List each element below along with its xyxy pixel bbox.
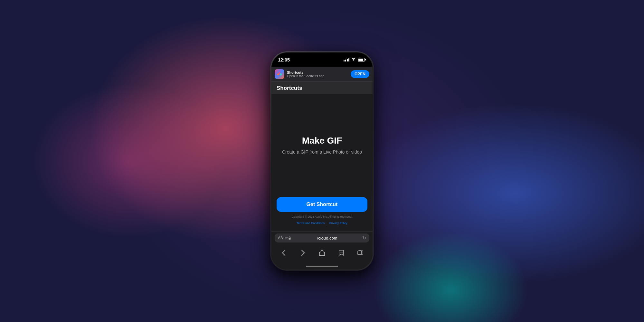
bookmarks-button[interactable]	[336, 247, 347, 259]
banner-open-button[interactable]: OPEN	[351, 70, 369, 78]
phone-mockup: 12:05	[270, 52, 374, 270]
nav-title: Shortcuts	[277, 85, 302, 91]
shortcuts-app-icon	[275, 69, 284, 79]
link-separator: |	[327, 222, 327, 225]
privacy-link[interactable]: Privacy Policy	[329, 222, 347, 225]
bottom-toolbar	[271, 244, 373, 264]
status-icons	[344, 57, 365, 62]
tabs-button[interactable]	[355, 247, 366, 259]
banner-app-name: Shortcuts	[287, 71, 348, 74]
shortcut-description: Create a GIF from a Live Photo or video	[282, 149, 362, 156]
battery-icon	[358, 58, 365, 62]
banner-text-block: Shortcuts Open in the Shortcuts app	[287, 71, 348, 78]
refresh-icon[interactable]: ↻	[362, 235, 366, 241]
svg-rect-2	[285, 239, 287, 239]
get-shortcut-button[interactable]: Get Shortcut	[277, 197, 367, 212]
url-text[interactable]: icloud.com	[292, 236, 362, 241]
phone-outer-shell: 12:05	[270, 52, 374, 270]
url-left-controls: AA	[278, 236, 288, 240]
browser-bar: AA icloud.com	[271, 231, 373, 244]
url-center: icloud.com	[288, 236, 362, 241]
status-bar: 12:05	[271, 52, 373, 67]
shortcut-title: Make GIF	[302, 136, 342, 146]
phone-inner: 12:05	[271, 52, 373, 270]
home-bar	[306, 266, 338, 267]
content-bottom: Get Shortcut Copyright © 2023 Apple Inc.…	[277, 197, 367, 225]
banner-subtitle: Open in the Shortcuts app	[287, 74, 348, 78]
main-content: Make GIF Create a GIF from a Live Photo …	[271, 94, 373, 231]
terms-link[interactable]: Terms and Conditions	[297, 222, 325, 225]
nav-bar: Shortcuts	[271, 82, 373, 94]
aa-button[interactable]: AA	[278, 236, 283, 240]
copyright-text: Copyright © 2023 Apple Inc. All rights r…	[292, 215, 353, 218]
share-button[interactable]	[316, 247, 328, 259]
svg-rect-1	[285, 238, 288, 239]
phone-screen: 12:05	[271, 52, 373, 270]
legal-links: Terms and Conditions | Privacy Policy	[297, 222, 347, 225]
url-bar[interactable]: AA icloud.com	[275, 233, 369, 242]
smart-banner: Shortcuts Open in the Shortcuts app OPEN	[271, 67, 373, 82]
back-button[interactable]	[278, 247, 289, 259]
svg-rect-0	[285, 237, 288, 238]
status-time: 12:05	[278, 57, 290, 62]
wifi-icon	[351, 57, 356, 62]
signal-icon	[344, 58, 349, 62]
svg-rect-3	[289, 238, 291, 240]
forward-button[interactable]	[297, 247, 309, 259]
home-indicator	[271, 264, 373, 270]
dynamic-island	[308, 56, 336, 65]
reader-icon	[285, 236, 288, 240]
svg-rect-4	[358, 251, 362, 255]
shortcut-info: Make GIF Create a GIF from a Live Photo …	[282, 100, 362, 197]
lock-icon	[288, 236, 291, 240]
